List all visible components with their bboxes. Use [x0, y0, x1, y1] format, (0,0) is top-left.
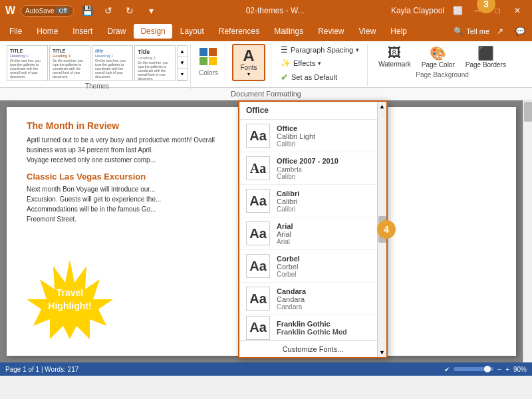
document-scrollbar[interactable]: [523, 100, 532, 362]
tell-me-label[interactable]: Tell me: [466, 27, 489, 35]
starburst-container: Travel Highlight!: [27, 256, 113, 342]
ribbon: TITLE Heading 1 On the next line, you ty…: [0, 41, 532, 88]
fonts-label: Fonts: [240, 64, 257, 71]
font-item-office2007[interactable]: Aa Office 2007 - 2010 Cambria Calibri: [239, 152, 386, 185]
menu-file[interactable]: File: [3, 24, 29, 39]
effects-btn[interactable]: ✨ Effects ▾: [278, 57, 362, 69]
menu-review[interactable]: Review: [311, 24, 350, 39]
paragraph-spacing-icon: ☰: [281, 45, 288, 55]
ribbon-toggle-btn[interactable]: ⬜: [448, 1, 467, 20]
theme-item-3[interactable]: title Heading 1 On the next line, you ty…: [92, 45, 133, 81]
watermark-btn[interactable]: 🖼 Watermark: [374, 44, 415, 70]
colors-label: Colors: [199, 69, 218, 76]
quick-access-more[interactable]: ▾: [143, 3, 159, 19]
fonts-dropdown: Office ▲ ▼ Aa Office Calibri Light Calib…: [238, 100, 388, 358]
fonts-caret: ▾: [247, 71, 250, 77]
gallery-scroll[interactable]: ▲ ▼ ▾: [177, 45, 188, 81]
menu-design[interactable]: Design: [134, 24, 172, 39]
menu-help[interactable]: Help: [384, 24, 414, 39]
checkmark-icon: ✔: [281, 72, 289, 82]
menu-view[interactable]: View: [352, 24, 383, 39]
close-button[interactable]: ✕: [508, 1, 527, 20]
page-borders-label: Page Borders: [466, 61, 506, 68]
font-item-candara[interactable]: Aa Candara Candara Candara: [239, 283, 386, 315]
save-button[interactable]: 💾: [79, 3, 95, 19]
scroll-up-btn[interactable]: ▲: [379, 103, 385, 110]
title-bar: W AutoSave Off 💾 ↺ ↻ ▾ 02-themes - W... …: [0, 0, 532, 21]
font-item-arial[interactable]: Aa Arial Arial Arial: [239, 217, 386, 250]
user-name: Kayla Claypool: [391, 6, 444, 15]
ribbon-group-fonts: A Fonts ▾: [227, 44, 271, 84]
font-item-franklin[interactable]: Aa Franklin Gothic Franklin Gothic Med: [239, 315, 386, 340]
menu-home[interactable]: Home: [30, 24, 65, 39]
customize-fonts-btn[interactable]: Customize Fonts...: [239, 340, 386, 357]
theme-item-1[interactable]: TITLE Heading 1 On the next line, you ty…: [7, 45, 48, 81]
font-item-office[interactable]: Aa Office Calibri Light Calibri: [239, 120, 386, 152]
gallery-scroll-down[interactable]: ▼: [178, 57, 187, 68]
design-options: ☰ Paragraph Spacing ▾ ✨ Effects ▾ ✔ Set …: [278, 44, 362, 84]
menu-mailings[interactable]: Mailings: [267, 24, 310, 39]
zoom-in-icon[interactable]: +: [505, 366, 509, 373]
font-item-calibri[interactable]: Aa Calibri Calibri Calibri: [239, 185, 386, 217]
scrollbar-thumb: [524, 102, 532, 122]
font-preview-arial: Aa: [246, 221, 270, 245]
font-item-corbel[interactable]: Aa Corbel Corbel Corbel: [239, 250, 386, 283]
font-preview-candara: Aa: [246, 287, 270, 311]
theme3-text: On the next line, you type the galleries…: [95, 59, 130, 78]
page-color-icon: 🎨: [430, 45, 446, 61]
theme4-title: Title: [138, 49, 172, 55]
font-info-franklin: Franklin Gothic Franklin Gothic Med: [277, 320, 347, 336]
zoom-thumb: [484, 366, 491, 372]
ribbon-group-page-background: 🖼 Watermark 🎨 Page Color ⬛ Page Borders …: [369, 44, 515, 81]
theme1-text: On the next line, you type the galleries…: [10, 59, 45, 78]
ribbon-group-colors: Colors: [192, 44, 225, 79]
menu-insert[interactable]: Insert: [66, 24, 99, 39]
font-info-arial: Arial Arial Arial: [277, 222, 293, 245]
redo-button[interactable]: ↻: [122, 3, 138, 19]
set-default-btn[interactable]: ✔ Set as Default: [278, 70, 362, 84]
paragraph-spacing-label: Paragraph Spacing: [291, 46, 353, 54]
gallery-scroll-up[interactable]: ▲: [178, 46, 187, 57]
zoom-slider[interactable]: [454, 367, 493, 371]
font-preview-calibri: Aa: [246, 189, 270, 213]
theme-item-4[interactable]: Title Heading 1 On the next line, you ty…: [134, 45, 176, 81]
menu-layout[interactable]: Layout: [174, 24, 211, 39]
comments-button[interactable]: 💬: [511, 22, 529, 41]
bottom-right: ✔ − + 90%: [444, 366, 527, 373]
effects-label: Effects: [293, 59, 315, 67]
starburst-text-1: Travel: [57, 287, 83, 298]
watermark-group: 🖼 Watermark 🎨 Page Color ⬛ Page Borders: [374, 44, 510, 70]
font-info-candara: Candara Candara Candara: [277, 287, 306, 311]
set-default-label: Set as Default: [291, 73, 337, 81]
theme4-heading: Heading 1: [138, 56, 172, 60]
scroll-down-btn[interactable]: ▼: [379, 349, 385, 356]
search-icon: 🔍: [454, 27, 464, 36]
share-button[interactable]: ↗: [491, 22, 509, 41]
title-bar-center: 02-themes - W... 3: [246, 6, 305, 15]
starburst-text-2: Highlight!: [48, 301, 91, 311]
paragraph-spacing-btn[interactable]: ☰ Paragraph Spacing ▾: [278, 44, 362, 56]
starburst-svg: Travel Highlight!: [27, 256, 113, 342]
font-preview-office: Aa: [246, 124, 270, 148]
starburst-shape: [27, 259, 113, 339]
theme-item-2[interactable]: TITLE Heading 1 On the next line, you ty…: [49, 45, 90, 81]
font-info-office2007: Office 2007 - 2010 Cambria Calibri: [277, 157, 338, 180]
menu-draw[interactable]: Draw: [100, 24, 132, 39]
zoom-out-icon[interactable]: −: [497, 366, 501, 373]
theme2-title: TITLE: [53, 49, 87, 53]
watermark-icon: 🖼: [388, 45, 401, 61]
dropdown-header: Office: [239, 102, 386, 120]
fonts-icon: A: [243, 48, 254, 64]
autosave-toggle[interactable]: AutoSave Off: [21, 5, 74, 17]
effects-caret: ▾: [318, 60, 321, 66]
theme2-heading: Heading 1: [53, 54, 87, 58]
page-borders-btn[interactable]: ⬛ Page Borders: [462, 44, 510, 70]
fonts-button[interactable]: A Fonts ▾: [232, 44, 265, 81]
theme4-text: On the next line, you type the galleries…: [138, 61, 172, 80]
menu-references[interactable]: References: [212, 24, 266, 39]
title-bar-right: Kayla Claypool ⬜ ─ □ ✕: [391, 1, 527, 20]
colors-btn[interactable]: Colors: [198, 44, 219, 76]
undo-button[interactable]: ↺: [100, 3, 116, 19]
page-color-btn[interactable]: 🎨 Page Color: [418, 44, 459, 70]
gallery-scroll-more[interactable]: ▾: [178, 69, 187, 80]
